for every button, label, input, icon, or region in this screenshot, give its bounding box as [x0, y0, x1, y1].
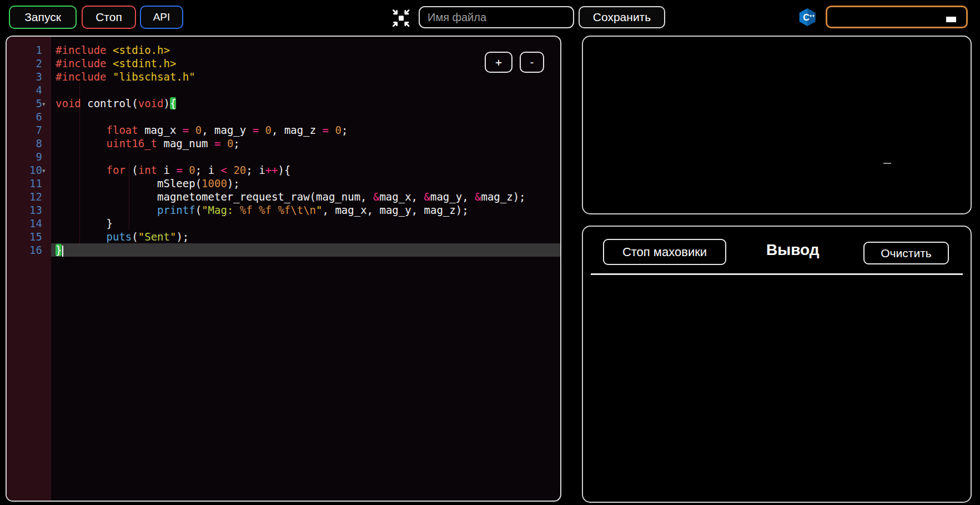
- code-line[interactable]: 1#include <stdio.h>: [7, 43, 560, 57]
- code-line[interactable]: 13 printf("Mag: %f %f %f\t\n", mag_x, ma…: [7, 203, 560, 217]
- code-text: #include "libschsat.h": [51, 70, 195, 83]
- code-line[interactable]: 9: [7, 150, 560, 163]
- code-line[interactable]: 5▾void control(void){: [7, 97, 560, 110]
- svg-text:++: ++: [810, 13, 815, 19]
- code-text: printf("Mag: %f %f %f\t\n", mag_x, mag_y…: [51, 203, 469, 217]
- compress-icon[interactable]: [391, 7, 411, 28]
- output-panel: Стоп маховики Вывод Очистить: [582, 226, 972, 503]
- font-decrease-button[interactable]: -: [520, 52, 544, 73]
- cpp-logo-icon: C ++: [798, 8, 817, 27]
- code-line[interactable]: 11 mSleep(1000);: [7, 177, 560, 190]
- code-text: void control(void){: [51, 97, 176, 110]
- telemetry-panel: [582, 36, 972, 214]
- stop-button[interactable]: Стоп: [82, 6, 136, 29]
- svg-text:C: C: [803, 13, 810, 22]
- line-number: 5▾: [7, 97, 51, 110]
- output-separator: [591, 273, 963, 275]
- api-button[interactable]: API: [140, 6, 183, 29]
- code-text: }: [51, 217, 113, 230]
- line-number: 16: [7, 243, 51, 257]
- line-number: 13: [7, 203, 51, 217]
- line-number: 6: [7, 110, 51, 123]
- code-line[interactable]: 15 puts("Sent");: [7, 230, 560, 243]
- fold-arrow-icon[interactable]: ▾: [42, 97, 46, 111]
- run-button[interactable]: Запуск: [9, 6, 77, 29]
- panel-dash: [883, 163, 891, 164]
- code-editor[interactable]: 1#include <stdio.h>2#include <stdint.h>3…: [6, 36, 561, 502]
- line-number: 12: [7, 190, 51, 203]
- code-line[interactable]: 6: [7, 110, 560, 123]
- filename-input[interactable]: [419, 6, 574, 28]
- code-line[interactable]: 10▾ for (int i = 0; i < 20; i++){: [7, 163, 560, 177]
- fold-arrow-icon[interactable]: ▾: [42, 164, 46, 177]
- line-number: 8: [7, 137, 51, 150]
- line-number: 7: [7, 123, 51, 137]
- code-line[interactable]: 4: [7, 83, 560, 97]
- save-button[interactable]: Сохранить: [579, 6, 665, 28]
- code-text: mSleep(1000);: [51, 177, 240, 190]
- chevron-down-icon: [946, 17, 956, 22]
- code-text: #include <stdio.h>: [51, 43, 170, 57]
- text-cursor: [62, 246, 63, 257]
- font-increase-button[interactable]: +: [485, 52, 512, 73]
- clear-output-button[interactable]: Очистить: [863, 242, 949, 264]
- code-text: [51, 150, 56, 163]
- code-text: float mag_x = 0, mag_y = 0, mag_z = 0;: [51, 123, 348, 137]
- code-text: [51, 83, 56, 97]
- line-number: 4: [7, 83, 51, 97]
- code-line[interactable]: 8 uint16_t mag_num = 0;: [7, 137, 560, 150]
- line-number: 10▾: [7, 163, 51, 177]
- code-text: magnetometer_request_raw(mag_num, &mag_x…: [51, 190, 526, 203]
- code-lines[interactable]: 1#include <stdio.h>2#include <stdint.h>3…: [7, 43, 560, 257]
- code-text: [51, 110, 56, 123]
- line-number: 14: [7, 217, 51, 230]
- output-console[interactable]: [591, 279, 963, 496]
- line-number: 11: [7, 177, 51, 190]
- code-line[interactable]: 2#include <stdint.h>: [7, 57, 560, 70]
- line-number: 1: [7, 43, 51, 57]
- code-line[interactable]: 3#include "libschsat.h": [7, 70, 560, 83]
- stop-flywheels-button[interactable]: Стоп маховики: [603, 239, 726, 265]
- code-line[interactable]: 7 float mag_x = 0, mag_y = 0, mag_z = 0;: [7, 123, 560, 137]
- code-line[interactable]: 12 magnetometer_request_raw(mag_num, &ma…: [7, 190, 560, 203]
- code-text: }: [51, 243, 63, 257]
- code-text: for (int i = 0; i < 20; i++){: [51, 163, 290, 177]
- code-line[interactable]: 16}: [7, 243, 560, 257]
- line-number: 15: [7, 230, 51, 243]
- line-number: 2: [7, 57, 51, 70]
- file-select-dropdown[interactable]: [826, 6, 968, 28]
- code-line[interactable]: 14 }: [7, 217, 560, 230]
- code-text: puts("Sent");: [51, 230, 189, 243]
- line-number: 9: [7, 150, 51, 163]
- code-text: #include <stdint.h>: [51, 57, 176, 70]
- line-number: 3: [7, 70, 51, 83]
- output-panel-title: Вывод: [766, 241, 819, 259]
- code-text: uint16_t mag_num = 0;: [51, 137, 240, 150]
